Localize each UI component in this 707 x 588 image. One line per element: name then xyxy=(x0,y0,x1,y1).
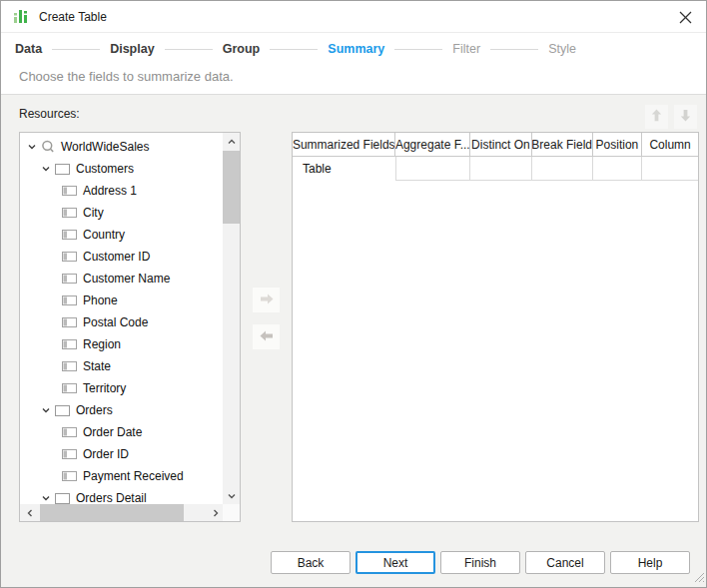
tree-item-label: Phone xyxy=(83,294,118,307)
move-up-button[interactable] xyxy=(645,105,668,129)
scroll-left-icon[interactable] xyxy=(22,504,37,521)
tree-item-label: City xyxy=(83,206,104,220)
add-field-button[interactable] xyxy=(253,288,280,312)
grid-col-column: Column xyxy=(642,133,698,157)
title-bar: Create Table xyxy=(1,1,706,33)
tree-item-customer-name[interactable]: Customer Name xyxy=(20,268,223,290)
grid-cell[interactable] xyxy=(593,157,643,181)
tree-item-label: Customers xyxy=(76,162,134,176)
content-area: Resources: WorldWideSalesCustomersAddres… xyxy=(1,94,706,588)
tree-item-label: Country xyxy=(83,228,125,242)
step-connector xyxy=(490,49,538,50)
table-icon xyxy=(55,493,70,504)
wizard-step-style[interactable]: Style xyxy=(548,42,576,56)
arrow-right-icon xyxy=(259,293,275,308)
remove-field-button[interactable] xyxy=(253,324,280,349)
arrow-down-icon xyxy=(679,108,692,126)
tree-item-label: Region xyxy=(83,337,121,351)
wizard-step-group[interactable]: Group xyxy=(223,42,261,56)
grid-col-aggregate-f: Aggregate F... xyxy=(395,133,470,157)
move-down-button[interactable] xyxy=(674,105,697,129)
grid-col-position: Position xyxy=(593,133,643,157)
chevron-down-icon[interactable] xyxy=(26,142,38,152)
help-button[interactable]: Help xyxy=(610,551,690,574)
horizontal-scroll-thumb[interactable] xyxy=(40,504,184,521)
vertical-scroll-thumb[interactable] xyxy=(223,151,240,224)
finish-button[interactable]: Finish xyxy=(440,551,520,574)
tree-item-customers[interactable]: Customers xyxy=(20,158,223,180)
arrow-left-icon xyxy=(259,329,275,345)
grid-cell[interactable] xyxy=(396,157,471,181)
field-icon xyxy=(62,230,77,240)
tree-item-label: Order Date xyxy=(83,425,142,439)
tree-item-city[interactable]: City xyxy=(20,202,223,224)
resources-tree: WorldWideSalesCustomersAddress 1CityCoun… xyxy=(19,132,241,522)
wizard-step-summary[interactable]: Summary xyxy=(328,42,384,56)
dialog-title: Create Table xyxy=(39,10,107,24)
tree-item-orders[interactable]: Orders xyxy=(20,399,223,421)
cancel-button[interactable]: Cancel xyxy=(525,551,605,574)
tree-item-territory[interactable]: Territory xyxy=(20,377,223,399)
field-icon xyxy=(62,383,77,393)
field-icon xyxy=(62,317,77,327)
tree-item-customer-id[interactable]: Customer ID xyxy=(20,246,223,268)
arrow-up-icon xyxy=(650,108,663,126)
tree-item-region[interactable]: Region xyxy=(20,333,223,355)
step-connector xyxy=(165,49,213,50)
tree-item-worldwidesales[interactable]: WorldWideSales xyxy=(20,136,223,158)
app-logo-icon xyxy=(13,8,30,25)
tree-item-order-id[interactable]: Order ID xyxy=(20,443,223,465)
tree-item-state[interactable]: State xyxy=(20,355,223,377)
back-button[interactable]: Back xyxy=(271,551,351,574)
grid-col-summarized-fields: Summarized Fields xyxy=(293,133,395,157)
tree-item-postal-code[interactable]: Postal Code xyxy=(20,311,223,333)
scroll-up-icon[interactable] xyxy=(223,134,240,149)
tree-item-label: Orders xyxy=(76,403,113,417)
table-icon xyxy=(55,164,70,175)
wizard-step-display[interactable]: Display xyxy=(110,42,154,56)
grid-cell[interactable] xyxy=(532,157,593,181)
table-icon xyxy=(55,405,70,416)
grid-header-row: Summarized FieldsAggregate F...Distinct … xyxy=(293,133,698,157)
tree-item-phone[interactable]: Phone xyxy=(20,290,223,311)
tree-item-label: Territory xyxy=(83,381,126,395)
chevron-down-icon[interactable] xyxy=(40,493,52,503)
tree-vertical-scrollbar[interactable] xyxy=(223,133,240,504)
field-icon xyxy=(62,361,77,371)
next-button[interactable]: Next xyxy=(355,551,435,574)
tree-item-address-1[interactable]: Address 1 xyxy=(20,180,223,202)
tree-item-label: Customer ID xyxy=(83,250,150,264)
wizard-step-data[interactable]: Data xyxy=(15,42,42,56)
tree-item-label: Order ID xyxy=(83,447,129,461)
field-icon xyxy=(62,208,77,218)
scroll-down-icon[interactable] xyxy=(223,488,240,503)
grid-cell[interactable] xyxy=(470,157,532,181)
grid-cell-group: Table xyxy=(293,157,396,181)
field-icon xyxy=(62,274,77,284)
tree-item-payment-received[interactable]: Payment Received xyxy=(20,465,223,487)
close-icon[interactable] xyxy=(670,3,700,31)
tree-item-order-date[interactable]: Order Date xyxy=(20,421,223,443)
chevron-down-icon[interactable] xyxy=(40,405,52,415)
grid-col-distinct-on: Distinct On xyxy=(470,133,532,157)
grid-cell[interactable] xyxy=(642,157,698,181)
resources-label: Resources: xyxy=(19,107,80,121)
tree-item-label: Address 1 xyxy=(83,184,137,198)
scrollbar-corner xyxy=(223,504,240,521)
field-icon xyxy=(62,252,77,262)
step-description: Choose the fields to summarize data. xyxy=(19,69,234,84)
wizard-step-filter[interactable]: Filter xyxy=(452,42,480,56)
resize-grip-icon[interactable] xyxy=(692,570,705,586)
tree-item-label: WorldWideSales xyxy=(61,140,149,154)
query-icon xyxy=(41,140,55,154)
tree-item-label: State xyxy=(83,359,111,373)
scroll-right-icon[interactable] xyxy=(208,504,223,521)
tree-item-label: Orders Detail xyxy=(76,491,147,504)
tree-item-orders-detail[interactable]: Orders Detail xyxy=(20,487,223,504)
field-icon xyxy=(62,471,77,481)
tree-item-label: Postal Code xyxy=(83,315,148,329)
tree-item-country[interactable]: Country xyxy=(20,224,223,246)
tree-horizontal-scrollbar[interactable] xyxy=(20,504,225,521)
grid-row-table[interactable]: Table xyxy=(293,157,698,181)
chevron-down-icon[interactable] xyxy=(40,164,52,174)
